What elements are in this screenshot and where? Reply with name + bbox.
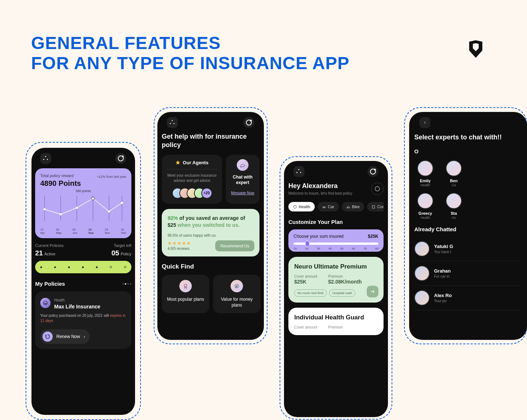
- agents-subtitle: Meet your exclusive insurance advisor an…: [167, 173, 217, 183]
- xaxis-tick[interactable]: 05Jun: [72, 228, 77, 235]
- chat-history-item[interactable]: Alex RoYour po: [414, 286, 522, 310]
- menu-button[interactable]: [294, 166, 304, 177]
- svg-point-9: [76, 207, 78, 209]
- expert-item[interactable]: BenCa: [443, 160, 465, 187]
- policy-card[interactable]: Health Max Life Insurance Your policy pu…: [35, 291, 131, 349]
- svg-point-7: [44, 208, 46, 210]
- chat-title: Chat with expert: [229, 175, 257, 186]
- reward-delta: +12% from last year: [97, 175, 126, 179]
- quick-find-title: Quick Find: [162, 263, 259, 270]
- badge-icon: [179, 280, 192, 292]
- expert-item[interactable]: StaHo: [443, 193, 465, 220]
- current-policies-block: Current Policies Target left 21Active 05…: [35, 243, 131, 273]
- quick-popular-card[interactable]: Most popular plans: [162, 275, 209, 313]
- agent-avatars: +20: [167, 188, 217, 199]
- chat-icon: [237, 159, 248, 171]
- xaxis-tick[interactable]: 20May: [56, 228, 61, 235]
- agents-more[interactable]: +20: [201, 188, 212, 199]
- renew-button[interactable]: Renew Now › › ›: [40, 329, 90, 344]
- xaxis-tick[interactable]: 23Nov: [105, 228, 110, 235]
- slider-value: $25K: [368, 234, 378, 239]
- slider-ticks: 1020304050607080: [294, 247, 378, 250]
- quick-value-card[interactable]: Value for money plans: [213, 275, 261, 313]
- profile-button[interactable]: [243, 117, 254, 128]
- slider-track[interactable]: [294, 243, 378, 245]
- menu-button[interactable]: [167, 117, 178, 128]
- plan-go-button[interactable]: [367, 286, 378, 297]
- svg-marker-19: [187, 241, 190, 245]
- phone4-experts: Select experts to chat with!! O EmilyHea…: [409, 112, 527, 340]
- savings-happy: 96.6% of users happy with us.: [168, 233, 254, 237]
- slider-tick: 60: [352, 247, 355, 250]
- heading-line2: FOR ANY TYPE OF INSURANCE APP: [31, 53, 350, 73]
- chart-marker-label: 390 points: [76, 189, 91, 193]
- slider-thumb[interactable]: [305, 241, 310, 247]
- slider-tick: 80: [375, 247, 378, 250]
- feature-chip: Hospital cash: [329, 289, 355, 297]
- plan-name: Individual Health Guard: [294, 314, 378, 322]
- renew-icon: [42, 331, 53, 342]
- slider-tick: 50: [340, 247, 343, 250]
- chat-sub: You have t: [434, 250, 453, 254]
- expert-name: Ben: [443, 179, 465, 183]
- plan-card-individual[interactable]: Individual Health Guard Cover amount Pre…: [288, 308, 384, 335]
- already-chatted-label: Already Chatted: [414, 226, 522, 232]
- policy-category-icon: [40, 298, 51, 308]
- plan-name: Neuro Ultimate Premium: [294, 263, 378, 271]
- tab-bike[interactable]: Bike: [342, 202, 364, 211]
- car-icon: [322, 205, 326, 209]
- policy-category: Health: [54, 298, 65, 302]
- chat-history-item[interactable]: Yatuki GYou have t: [414, 237, 522, 261]
- xaxis-tick[interactable]: 01Dec: [121, 228, 126, 235]
- sum-insured-slider[interactable]: Choose your sum insured $25K 10203040506…: [288, 229, 384, 252]
- arrow-left-icon: [423, 120, 427, 125]
- tab-health[interactable]: Health: [288, 202, 315, 211]
- svg-point-12: [121, 202, 123, 204]
- menu-button[interactable]: [40, 153, 51, 164]
- svg-point-20: [184, 284, 187, 287]
- line-chart-icon: [40, 191, 126, 226]
- profile-button[interactable]: [115, 153, 126, 164]
- agents-card[interactable]: Our Agents Meet your exclusive insurance…: [162, 155, 222, 204]
- tab-car[interactable]: Car: [318, 202, 339, 211]
- xaxis-tick[interactable]: 12Apr: [40, 228, 45, 235]
- chat-expert-card[interactable]: Chat with expert Message Now: [226, 155, 259, 204]
- slider-tick: 40: [329, 247, 332, 250]
- current-label: Current Policies: [35, 243, 64, 248]
- expert-item[interactable]: GreecyHealth: [414, 193, 436, 220]
- feature-chip: No room rent limit: [294, 289, 327, 297]
- cover-label: Cover amount: [294, 274, 317, 278]
- chat-name: Yatuki G: [434, 244, 453, 249]
- slider-tick: 10: [294, 247, 297, 250]
- menu-icon: [43, 156, 48, 161]
- bike-icon: [346, 205, 350, 209]
- experts-grid-row2: GreecyHealthStaHo: [414, 193, 522, 220]
- expert-item[interactable]: EmilyHealth: [414, 160, 436, 187]
- svg-marker-17: [177, 241, 181, 245]
- experts-grid: EmilyHealthBenCa: [414, 160, 522, 187]
- svg-point-10: [91, 197, 94, 200]
- chat-history-item[interactable]: GrahanFor car in: [414, 261, 522, 286]
- profile-button[interactable]: [367, 166, 378, 177]
- cover-value: $25K: [294, 279, 306, 285]
- avatar-ring-icon: [246, 120, 252, 125]
- slider-tick: 30: [317, 247, 320, 250]
- help-title: Get help with for insurance policy: [162, 132, 259, 150]
- slider-label: Choose your sum insured: [294, 234, 344, 239]
- plan-card-neuro[interactable]: Neuro Ultimate Premium Cover amount$25K …: [288, 257, 384, 303]
- chat-name: Alex Ro: [434, 293, 452, 298]
- xaxis-tick[interactable]: 10Sep: [88, 228, 94, 235]
- carousel-dots[interactable]: [122, 283, 131, 285]
- agents-title: Our Agents: [183, 160, 208, 165]
- message-now-link[interactable]: Message Now: [229, 191, 257, 195]
- svg-marker-15: [168, 241, 171, 245]
- user-avatar[interactable]: [371, 183, 384, 195]
- expert-category: Health: [414, 183, 436, 187]
- tab-commercial[interactable]: Comme: [367, 202, 384, 211]
- brand-logo: [468, 40, 483, 58]
- progress-bar[interactable]: [35, 261, 131, 273]
- recommend-button[interactable]: Recommend Us: [215, 240, 254, 251]
- back-button[interactable]: [419, 117, 430, 128]
- phone2-help: Get help with for insurance policy Our A…: [157, 112, 264, 340]
- reward-label: Total policy reward: [40, 173, 81, 178]
